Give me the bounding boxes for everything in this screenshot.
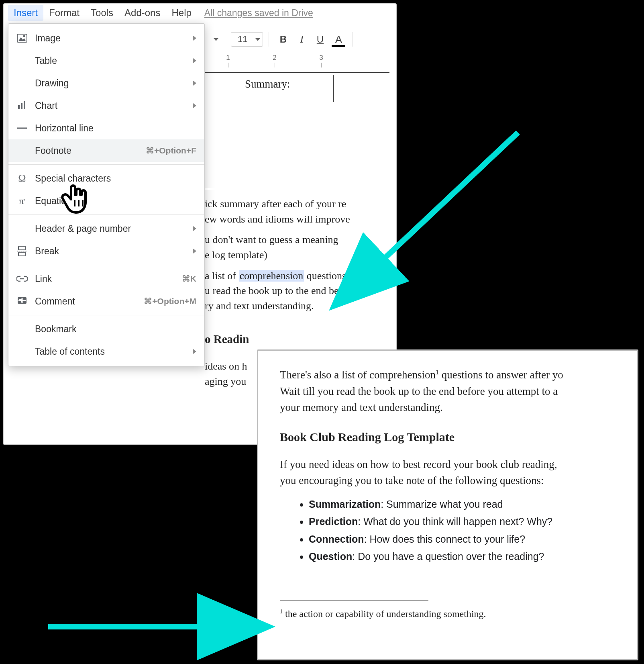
omega-icon: Ω [16,173,28,184]
menu-shortcut: ⌘+Option+F [146,146,196,155]
submenu-arrow-icon [193,103,196,108]
bold-button[interactable]: B [275,31,291,48]
chart-icon [16,100,28,111]
menu-item-label: Drawing [35,78,185,89]
page-break-icon [16,245,28,257]
menu-item-special-characters[interactable]: Ω Special characters [8,167,204,190]
menu-shortcut: ⌘+Option+M [144,296,196,306]
doc-text: ry and text understanding. [205,300,314,312]
svg-marker-1 [18,37,26,41]
doc-text: ick summary after each of your re [205,198,346,210]
menu-item-label: Special characters [35,173,196,184]
menu-item-label: Bookmark [35,324,196,335]
menu-item-label: Image [35,33,185,44]
menu-insert[interactable]: Insert [8,5,43,21]
menu-item-label: Chart [35,100,185,111]
menu-item-label: Link [35,274,175,284]
footnote-separator [280,601,428,601]
menu-help[interactable]: Help [166,5,197,21]
menu-item-image[interactable]: Image [8,27,204,49]
insert-menu-dropdown: Image • Table • Drawing Chart Horizontal… [8,23,205,366]
svg-rect-3 [18,105,20,109]
submenu-arrow-icon [193,349,196,354]
menu-item-equation[interactable]: π² Equation [8,190,204,212]
save-status: All changes saved in Drive [204,8,313,18]
doc-text: u read the book up to the end befo [205,285,347,296]
comment-icon [16,296,28,307]
footnote-text: 1 the action or capability of understand… [280,607,621,621]
svg-rect-8 [18,252,26,256]
pointer-cursor-icon [60,182,88,214]
ruler-mark-3: 3 [319,54,323,62]
menu-item-label: Table [35,55,185,66]
menu-item-break[interactable]: Break [8,240,204,262]
paragraph: There's also a list of comprehension1 qu… [280,367,621,416]
pi-icon: π² [16,195,28,206]
toolbar: 11 B I U A [205,28,357,51]
menu-addons[interactable]: Add-ons [119,5,166,21]
menu-item-bookmark[interactable]: • Bookmark [8,318,204,340]
ruler-mark-1: 1 [226,54,230,62]
menu-item-comment[interactable]: Comment ⌘+Option+M [8,290,204,313]
doc-text: u don't want to guess a meaning [205,234,338,245]
menu-item-drawing[interactable]: • Drawing [8,72,204,94]
submenu-arrow-icon [193,58,196,63]
summary-cell-label: Summary: [245,76,290,92]
link-icon [16,273,28,284]
doc-heading: o Readin [205,331,249,347]
font-size-select[interactable]: 11 [231,32,263,47]
svg-rect-7 [18,246,26,250]
list-item: Prediction: What do you think will happe… [309,514,621,529]
font-family-dropdown[interactable] [205,31,219,48]
menu-item-label: Equation [35,196,196,206]
menu-item-label: Break [35,246,185,257]
menu-item-label: Horizontal line [35,123,196,134]
menu-item-label: Table of contents [35,346,185,357]
menu-tools[interactable]: Tools [85,5,119,21]
doc-text: e log template) [205,249,267,261]
list-item: Question: Do you have a question over th… [309,549,621,564]
horizontal-line-icon [16,123,28,134]
menu-item-header-page-number[interactable]: • Header & page number [8,217,204,240]
submenu-arrow-icon [193,35,196,41]
footnote-reference[interactable]: 1 [436,369,439,376]
doc-text: ideas on h [205,360,247,372]
selected-word[interactable]: comprehension [239,270,304,282]
menu-shortcut: ⌘K [182,274,196,284]
menu-item-label: Comment [35,296,137,307]
text-color-button[interactable]: A [330,31,347,48]
submenu-arrow-icon [193,226,196,231]
heading: Book Club Reading Log Template [280,428,621,446]
font-size-value: 11 [238,34,247,45]
list-item: Summarization: Summarize what you read [309,497,621,512]
doc-text: questions [304,270,346,282]
italic-button[interactable]: I [293,31,310,48]
submenu-arrow-icon [193,248,196,254]
menu-item-chart[interactable]: Chart [8,94,204,117]
bullet-list: Summarization: Summarize what you read P… [309,497,621,564]
menu-item-link[interactable]: Link ⌘K [8,268,204,290]
menu-item-label: Header & page number [35,223,185,234]
image-icon [16,33,28,44]
menu-item-footnote[interactable]: • Footnote ⌘+Option+F [8,139,204,162]
menu-item-table-of-contents[interactable]: • Table of contents [8,340,204,363]
underline-button[interactable]: U [312,31,328,48]
menu-item-label: Footnote [35,145,139,156]
ruler-mark-2: 2 [273,54,276,62]
svg-point-2 [23,35,25,37]
menubar: Insert Format Tools Add-ons Help All cha… [4,4,396,22]
menu-item-table[interactable]: • Table [8,49,204,72]
doc-text: aging you [205,376,246,387]
svg-rect-5 [24,101,25,109]
ruler[interactable]: 1 2 3 [205,54,393,68]
doc-text: a list of [205,270,239,282]
result-document-panel: There's also a list of comprehension1 qu… [257,349,638,660]
doc-text: ew words and idioms will improve [205,213,350,225]
menu-format[interactable]: Format [43,5,85,21]
menu-item-horizontal-line[interactable]: Horizontal line [8,117,204,139]
submenu-arrow-icon [193,80,196,86]
paragraph: If you need ideas on how to best record … [280,456,621,489]
svg-rect-4 [21,103,22,109]
list-item: Connection: How does this connect to you… [309,532,621,547]
